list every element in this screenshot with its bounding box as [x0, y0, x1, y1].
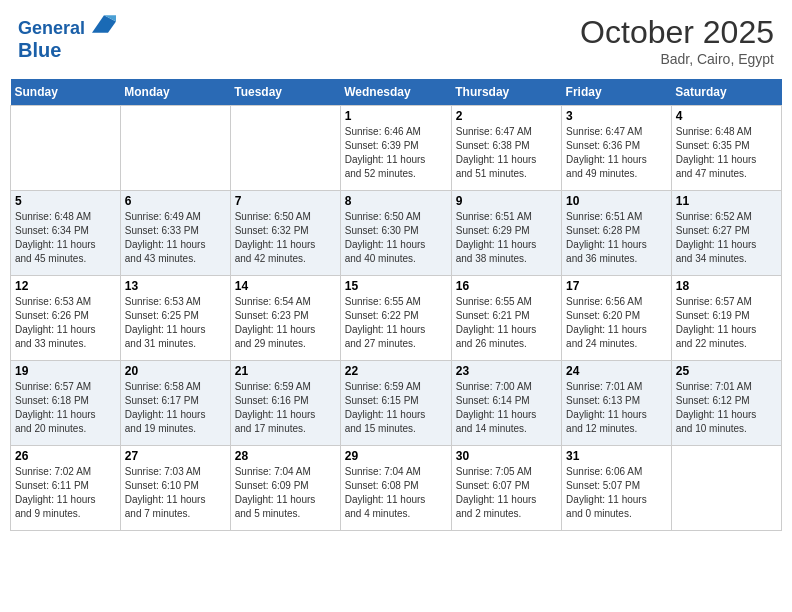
day-header-friday: Friday — [562, 79, 672, 106]
day-number: 2 — [456, 109, 557, 123]
calendar-day-18: 18Sunrise: 6:57 AM Sunset: 6:19 PM Dayli… — [671, 276, 781, 361]
day-info: Sunrise: 6:06 AM Sunset: 5:07 PM Dayligh… — [566, 465, 667, 521]
calendar-day-13: 13Sunrise: 6:53 AM Sunset: 6:25 PM Dayli… — [120, 276, 230, 361]
calendar-day-9: 9Sunrise: 6:51 AM Sunset: 6:29 PM Daylig… — [451, 191, 561, 276]
day-info: Sunrise: 6:57 AM Sunset: 6:19 PM Dayligh… — [676, 295, 777, 351]
calendar-header-row: SundayMondayTuesdayWednesdayThursdayFrid… — [11, 79, 782, 106]
day-number: 21 — [235, 364, 336, 378]
day-info: Sunrise: 7:03 AM Sunset: 6:10 PM Dayligh… — [125, 465, 226, 521]
day-number: 19 — [15, 364, 116, 378]
day-info: Sunrise: 6:54 AM Sunset: 6:23 PM Dayligh… — [235, 295, 336, 351]
calendar-day-24: 24Sunrise: 7:01 AM Sunset: 6:13 PM Dayli… — [562, 361, 672, 446]
day-header-wednesday: Wednesday — [340, 79, 451, 106]
calendar-day-12: 12Sunrise: 6:53 AM Sunset: 6:26 PM Dayli… — [11, 276, 121, 361]
day-info: Sunrise: 6:51 AM Sunset: 6:29 PM Dayligh… — [456, 210, 557, 266]
day-number: 28 — [235, 449, 336, 463]
day-number: 25 — [676, 364, 777, 378]
calendar-day-25: 25Sunrise: 7:01 AM Sunset: 6:12 PM Dayli… — [671, 361, 781, 446]
day-info: Sunrise: 7:05 AM Sunset: 6:07 PM Dayligh… — [456, 465, 557, 521]
calendar-day-23: 23Sunrise: 7:00 AM Sunset: 6:14 PM Dayli… — [451, 361, 561, 446]
day-number: 22 — [345, 364, 447, 378]
day-info: Sunrise: 6:58 AM Sunset: 6:17 PM Dayligh… — [125, 380, 226, 436]
day-info: Sunrise: 6:55 AM Sunset: 6:21 PM Dayligh… — [456, 295, 557, 351]
calendar-day-27: 27Sunrise: 7:03 AM Sunset: 6:10 PM Dayli… — [120, 446, 230, 531]
day-info: Sunrise: 6:59 AM Sunset: 6:15 PM Dayligh… — [345, 380, 447, 436]
day-info: Sunrise: 6:50 AM Sunset: 6:32 PM Dayligh… — [235, 210, 336, 266]
day-number: 20 — [125, 364, 226, 378]
title-block: October 2025 Badr, Cairo, Egypt — [580, 14, 774, 67]
month-title: October 2025 — [580, 14, 774, 51]
logo: General Blue — [18, 14, 116, 61]
calendar-day-2: 2Sunrise: 6:47 AM Sunset: 6:38 PM Daylig… — [451, 106, 561, 191]
calendar-day-30: 30Sunrise: 7:05 AM Sunset: 6:07 PM Dayli… — [451, 446, 561, 531]
calendar-week-row: 5Sunrise: 6:48 AM Sunset: 6:34 PM Daylig… — [11, 191, 782, 276]
calendar-week-row: 26Sunrise: 7:02 AM Sunset: 6:11 PM Dayli… — [11, 446, 782, 531]
day-info: Sunrise: 6:47 AM Sunset: 6:36 PM Dayligh… — [566, 125, 667, 181]
day-number: 7 — [235, 194, 336, 208]
day-info: Sunrise: 7:01 AM Sunset: 6:13 PM Dayligh… — [566, 380, 667, 436]
day-info: Sunrise: 6:53 AM Sunset: 6:25 PM Dayligh… — [125, 295, 226, 351]
day-header-sunday: Sunday — [11, 79, 121, 106]
calendar-day-1: 1Sunrise: 6:46 AM Sunset: 6:39 PM Daylig… — [340, 106, 451, 191]
calendar-week-row: 19Sunrise: 6:57 AM Sunset: 6:18 PM Dayli… — [11, 361, 782, 446]
day-number: 15 — [345, 279, 447, 293]
calendar-day-10: 10Sunrise: 6:51 AM Sunset: 6:28 PM Dayli… — [562, 191, 672, 276]
day-info: Sunrise: 6:48 AM Sunset: 6:35 PM Dayligh… — [676, 125, 777, 181]
day-header-monday: Monday — [120, 79, 230, 106]
calendar-day-29: 29Sunrise: 7:04 AM Sunset: 6:08 PM Dayli… — [340, 446, 451, 531]
day-number: 31 — [566, 449, 667, 463]
calendar-day-26: 26Sunrise: 7:02 AM Sunset: 6:11 PM Dayli… — [11, 446, 121, 531]
day-info: Sunrise: 6:56 AM Sunset: 6:20 PM Dayligh… — [566, 295, 667, 351]
day-number: 23 — [456, 364, 557, 378]
calendar-day-31: 31Sunrise: 6:06 AM Sunset: 5:07 PM Dayli… — [562, 446, 672, 531]
day-number: 4 — [676, 109, 777, 123]
calendar-day-11: 11Sunrise: 6:52 AM Sunset: 6:27 PM Dayli… — [671, 191, 781, 276]
day-number: 3 — [566, 109, 667, 123]
day-info: Sunrise: 6:52 AM Sunset: 6:27 PM Dayligh… — [676, 210, 777, 266]
day-number: 17 — [566, 279, 667, 293]
day-number: 5 — [15, 194, 116, 208]
day-number: 12 — [15, 279, 116, 293]
day-number: 27 — [125, 449, 226, 463]
calendar-table: SundayMondayTuesdayWednesdayThursdayFrid… — [10, 79, 782, 531]
calendar-day-7: 7Sunrise: 6:50 AM Sunset: 6:32 PM Daylig… — [230, 191, 340, 276]
day-info: Sunrise: 7:02 AM Sunset: 6:11 PM Dayligh… — [15, 465, 116, 521]
calendar-day-22: 22Sunrise: 6:59 AM Sunset: 6:15 PM Dayli… — [340, 361, 451, 446]
page-header: General Blue October 2025 Badr, Cairo, E… — [10, 10, 782, 71]
day-number: 13 — [125, 279, 226, 293]
day-number: 14 — [235, 279, 336, 293]
day-number: 8 — [345, 194, 447, 208]
day-info: Sunrise: 6:57 AM Sunset: 6:18 PM Dayligh… — [15, 380, 116, 436]
calendar-day-21: 21Sunrise: 6:59 AM Sunset: 6:16 PM Dayli… — [230, 361, 340, 446]
day-header-thursday: Thursday — [451, 79, 561, 106]
calendar-day-empty — [230, 106, 340, 191]
day-header-saturday: Saturday — [671, 79, 781, 106]
day-info: Sunrise: 6:47 AM Sunset: 6:38 PM Dayligh… — [456, 125, 557, 181]
logo-icon — [92, 14, 116, 34]
calendar-day-20: 20Sunrise: 6:58 AM Sunset: 6:17 PM Dayli… — [120, 361, 230, 446]
day-info: Sunrise: 6:48 AM Sunset: 6:34 PM Dayligh… — [15, 210, 116, 266]
calendar-day-6: 6Sunrise: 6:49 AM Sunset: 6:33 PM Daylig… — [120, 191, 230, 276]
day-info: Sunrise: 7:01 AM Sunset: 6:12 PM Dayligh… — [676, 380, 777, 436]
location: Badr, Cairo, Egypt — [580, 51, 774, 67]
day-info: Sunrise: 6:46 AM Sunset: 6:39 PM Dayligh… — [345, 125, 447, 181]
calendar-day-19: 19Sunrise: 6:57 AM Sunset: 6:18 PM Dayli… — [11, 361, 121, 446]
day-number: 24 — [566, 364, 667, 378]
calendar-day-4: 4Sunrise: 6:48 AM Sunset: 6:35 PM Daylig… — [671, 106, 781, 191]
calendar-day-15: 15Sunrise: 6:55 AM Sunset: 6:22 PM Dayli… — [340, 276, 451, 361]
day-number: 16 — [456, 279, 557, 293]
day-number: 30 — [456, 449, 557, 463]
day-number: 10 — [566, 194, 667, 208]
logo-general: General — [18, 18, 85, 38]
calendar-week-row: 1Sunrise: 6:46 AM Sunset: 6:39 PM Daylig… — [11, 106, 782, 191]
calendar-day-3: 3Sunrise: 6:47 AM Sunset: 6:36 PM Daylig… — [562, 106, 672, 191]
calendar-day-8: 8Sunrise: 6:50 AM Sunset: 6:30 PM Daylig… — [340, 191, 451, 276]
day-number: 9 — [456, 194, 557, 208]
day-number: 18 — [676, 279, 777, 293]
day-header-tuesday: Tuesday — [230, 79, 340, 106]
day-number: 1 — [345, 109, 447, 123]
calendar-day-16: 16Sunrise: 6:55 AM Sunset: 6:21 PM Dayli… — [451, 276, 561, 361]
logo-blue: Blue — [18, 39, 116, 61]
day-info: Sunrise: 6:53 AM Sunset: 6:26 PM Dayligh… — [15, 295, 116, 351]
calendar-day-empty — [671, 446, 781, 531]
